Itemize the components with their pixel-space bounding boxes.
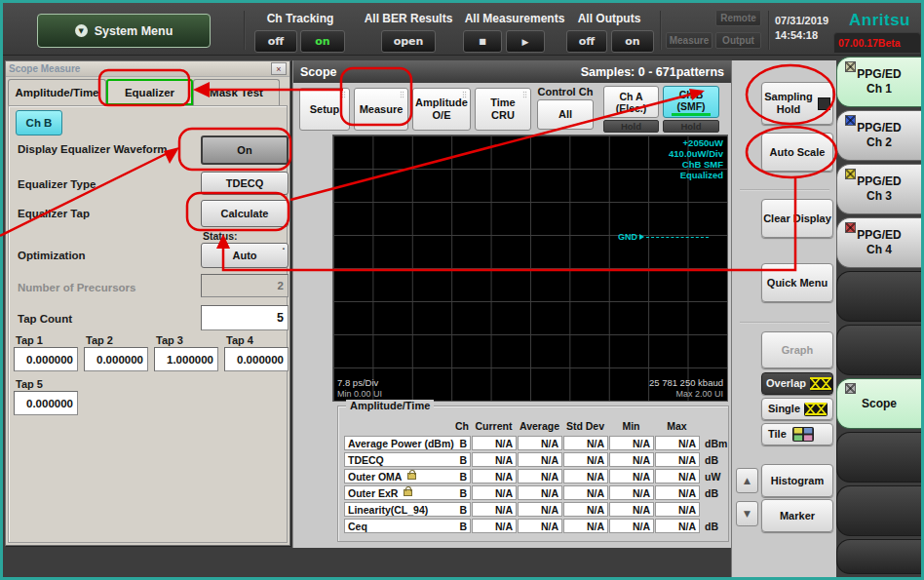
row-current: N/A: [472, 469, 517, 483]
overlap-view-button[interactable]: Overlap: [761, 372, 833, 395]
function-tab-ppg-ed-ch3[interactable]: PPG/ED Ch 3: [836, 164, 921, 214]
row-unit: dB: [700, 519, 731, 533]
display-equalizer-on-button[interactable]: On: [201, 135, 289, 165]
divider: [740, 322, 829, 324]
marker-button[interactable]: Marker: [761, 499, 833, 532]
amplitude-oe-button[interactable]: Amplitude O/E: [412, 88, 471, 131]
tap-count-field[interactable]: 5: [201, 305, 289, 330]
measurements-stop-button[interactable]: ■: [463, 30, 502, 53]
tap4-label: Tap 4: [226, 334, 253, 346]
row-unit: dBm: [700, 436, 731, 450]
control-ch-all-button[interactable]: All: [537, 99, 594, 130]
tile-view-button[interactable]: Tile: [761, 423, 833, 445]
channel-status-icon: [845, 115, 856, 126]
optimization-button[interactable]: Auto ▪: [201, 243, 289, 268]
time-label-2: CRU: [491, 109, 515, 122]
tap4-field[interactable]: 0.000000: [224, 347, 289, 371]
row-ch: B: [459, 487, 467, 499]
time-cru-button[interactable]: Time CRU: [475, 88, 531, 131]
tap2-field[interactable]: 0.000000: [84, 347, 148, 371]
outputs-on-button[interactable]: on: [611, 30, 654, 53]
row-stddev: N/A: [563, 485, 608, 500]
row-current: N/A: [472, 519, 517, 533]
ch-a-button[interactable]: Ch A (Elec.): [603, 86, 659, 118]
channel-status-icon: [845, 383, 856, 394]
date-text: 07/31/2019: [775, 14, 828, 28]
single-view-button[interactable]: Single: [761, 398, 833, 420]
tap2-label: Tap 2: [86, 334, 113, 346]
sampling-hold-indicator: [818, 97, 830, 110]
function-tab-scope[interactable]: Scope: [836, 378, 921, 429]
row-current: N/A: [472, 436, 517, 450]
row-current: N/A: [472, 452, 517, 467]
scroll-up-button[interactable]: ▲: [736, 468, 758, 493]
scroll-down-button[interactable]: ▼: [736, 501, 758, 526]
divider: [768, 11, 770, 50]
dialog-title: Scope Measure: [9, 63, 271, 74]
row-unit: [700, 502, 731, 517]
calculate-button[interactable]: Calculate: [201, 200, 289, 227]
ch-tracking-on-button[interactable]: on: [300, 30, 345, 53]
channel-status-icon: [845, 222, 856, 233]
tab-label-1: PPG/ED: [857, 228, 901, 243]
dropdown-mark-icon: ▪: [283, 246, 285, 251]
row-max: N/A: [655, 519, 700, 533]
channel-b-button[interactable]: Ch B: [16, 110, 62, 135]
row-min: N/A: [609, 436, 654, 450]
amplitude-label-1: Amplitude: [415, 97, 468, 109]
all-ber-results-label: All BER Results: [354, 12, 463, 25]
sampling-hold-button[interactable]: Sampling Hold: [761, 82, 833, 125]
setup-button[interactable]: Setup: [299, 88, 350, 131]
equalizer-type-button[interactable]: TDECQ: [201, 172, 289, 195]
control-ch-label: Control Ch: [537, 86, 594, 97]
ch-b-button[interactable]: Ch B (SMF): [663, 86, 719, 118]
clear-display-button[interactable]: Clear Display: [761, 199, 833, 238]
table-title: Amplitude/Time: [346, 400, 434, 411]
quick-menu-button[interactable]: Quick Menu: [761, 263, 833, 302]
tab-amplitude-time[interactable]: Amplitude/Time: [8, 79, 106, 105]
ber-open-button[interactable]: open: [381, 30, 436, 53]
table-row: TDECQB N/A N/A N/A N/A N/A dB: [344, 452, 731, 467]
ch-a-hold-button: Hold: [603, 120, 659, 133]
row-max: N/A: [655, 436, 700, 450]
channel-status-icon: [845, 61, 856, 72]
auto-scale-button[interactable]: Auto Scale: [761, 133, 833, 172]
measurements-start-button[interactable]: ▶: [506, 30, 545, 53]
grip-icon: [341, 91, 346, 98]
ch-tracking-off-button[interactable]: off: [254, 30, 297, 53]
row-max: N/A: [655, 469, 700, 483]
measure-button[interactable]: Measure: [354, 88, 408, 131]
col-stddev: Std Dev: [562, 420, 608, 432]
divider: [660, 11, 662, 50]
tab-label-1: PPG/ED: [857, 121, 901, 135]
system-menu-label: System Menu: [95, 24, 173, 38]
row-label: Outer OMA: [348, 471, 402, 483]
tap1-field[interactable]: 0.000000: [14, 347, 78, 371]
row-average: N/A: [518, 469, 562, 483]
tap5-label: Tap 5: [16, 378, 43, 390]
row-stddev: N/A: [563, 452, 608, 467]
row-current: N/A: [472, 485, 517, 500]
scale-channel: ChB SMF: [669, 159, 723, 170]
tap5-field[interactable]: 0.000000: [14, 391, 78, 415]
display-equalizer-waveform-label: Display Equalizer Waveform: [18, 143, 168, 155]
close-icon[interactable]: ×: [271, 62, 287, 75]
top-bar: ▼ System Menu Ch Tracking off on All BER…: [3, 3, 921, 56]
histogram-button[interactable]: Histogram: [761, 464, 833, 497]
waveform-display[interactable]: +2050uW 410.0uW/Div ChB SMF Equalized GN…: [332, 135, 728, 402]
optimization-label: Optimization: [18, 250, 86, 261]
tab-mask-test[interactable]: Mask Test: [193, 79, 280, 105]
dialog-title-bar[interactable]: Scope Measure ×: [6, 61, 289, 77]
tab-equalizer[interactable]: Equalizer: [106, 79, 193, 105]
grip-icon: [462, 91, 467, 98]
tap3-field[interactable]: 1.000000: [154, 347, 218, 371]
function-tab-ppg-ed-ch4[interactable]: PPG/ED Ch 4: [836, 217, 921, 268]
samples-readout: Samples: 0 - 671patterns: [581, 65, 724, 79]
outputs-off-button[interactable]: off: [566, 30, 607, 53]
function-tab-ppg-ed-ch2[interactable]: PPG/ED Ch 2: [836, 110, 921, 161]
remote-indicator: Remote: [715, 10, 761, 26]
scale-mode: Equalized: [669, 170, 723, 180]
system-menu-button[interactable]: ▼ System Menu: [37, 14, 211, 48]
channel-status-icon: [845, 169, 856, 179]
function-tab-ppg-ed-ch1[interactable]: PPG/ED Ch 1: [836, 57, 921, 107]
